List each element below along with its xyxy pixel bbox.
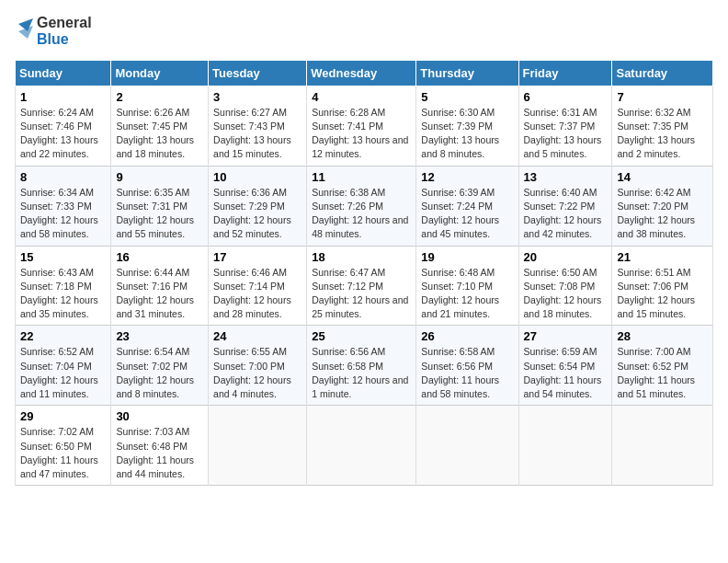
daylight: Daylight: 13 hours and 5 minutes. <box>524 133 608 161</box>
sunrise: Sunrise: 6:46 AM <box>213 266 301 280</box>
sunset: Sunset: 7:10 PM <box>421 280 513 293</box>
sunset: Sunset: 7:02 PM <box>116 360 203 373</box>
logo-blue: Blue <box>37 31 92 48</box>
day-number: 15 <box>20 250 106 264</box>
sunrise: Sunrise: 6:58 AM <box>421 345 513 359</box>
calendar-cell: 29 Sunrise: 7:02 AM Sunset: 6:50 PM Dayl… <box>16 406 111 486</box>
calendar-cell: 8 Sunrise: 6:34 AM Sunset: 7:33 PM Dayli… <box>16 166 111 246</box>
day-info: Sunrise: 6:50 AM Sunset: 7:08 PM Dayligh… <box>524 266 608 322</box>
day-info: Sunrise: 6:58 AM Sunset: 6:56 PM Dayligh… <box>421 345 513 401</box>
sunrise: Sunrise: 6:39 AM <box>421 186 513 200</box>
calendar-cell: 16 Sunrise: 6:44 AM Sunset: 7:16 PM Dayl… <box>111 246 209 326</box>
day-number: 20 <box>524 250 608 264</box>
calendar-week-5: 29 Sunrise: 7:02 AM Sunset: 6:50 PM Dayl… <box>16 406 713 486</box>
sunset: Sunset: 7:43 PM <box>213 120 301 133</box>
sunrise: Sunrise: 7:02 AM <box>20 425 106 439</box>
sunrise: Sunrise: 6:34 AM <box>20 186 106 200</box>
day-info: Sunrise: 7:02 AM Sunset: 6:50 PM Dayligh… <box>20 425 106 481</box>
day-number: 29 <box>20 409 106 423</box>
day-info: Sunrise: 6:55 AM Sunset: 7:00 PM Dayligh… <box>213 345 301 401</box>
day-number: 8 <box>20 170 106 184</box>
logo-general: General <box>37 15 92 31</box>
day-info: Sunrise: 6:44 AM Sunset: 7:16 PM Dayligh… <box>116 266 203 322</box>
sunset: Sunset: 7:12 PM <box>312 280 411 293</box>
sunset: Sunset: 6:56 PM <box>421 360 513 373</box>
sunrise: Sunrise: 6:59 AM <box>524 345 608 359</box>
calendar-cell: 27 Sunrise: 6:59 AM Sunset: 6:54 PM Dayl… <box>518 326 612 406</box>
logo-bird-icon <box>15 15 33 48</box>
sunset: Sunset: 7:33 PM <box>20 200 106 213</box>
day-number: 30 <box>116 409 203 423</box>
sunset: Sunset: 7:16 PM <box>116 280 203 293</box>
day-info: Sunrise: 6:35 AM Sunset: 7:31 PM Dayligh… <box>116 186 203 242</box>
day-info: Sunrise: 6:28 AM Sunset: 7:41 PM Dayligh… <box>312 106 411 162</box>
sunrise: Sunrise: 6:27 AM <box>213 106 301 120</box>
sunrise: Sunrise: 6:55 AM <box>213 345 301 359</box>
sunrise: Sunrise: 7:03 AM <box>116 425 203 439</box>
daylight: Daylight: 13 hours and 12 minutes. <box>312 133 411 161</box>
day-number: 27 <box>524 329 608 343</box>
logo: General Blue <box>15 15 92 49</box>
sunrise: Sunrise: 6:24 AM <box>20 106 106 120</box>
day-number: 16 <box>116 250 203 264</box>
calendar-cell <box>518 406 612 486</box>
day-number: 3 <box>213 90 301 104</box>
sunrise: Sunrise: 6:56 AM <box>312 345 411 359</box>
sunset: Sunset: 7:00 PM <box>213 360 301 373</box>
calendar-cell: 17 Sunrise: 6:46 AM Sunset: 7:14 PM Dayl… <box>209 246 307 326</box>
sunrise: Sunrise: 6:38 AM <box>312 186 411 200</box>
daylight: Daylight: 11 hours and 51 minutes. <box>617 373 708 401</box>
sunset: Sunset: 7:41 PM <box>312 120 411 133</box>
calendar-cell: 15 Sunrise: 6:43 AM Sunset: 7:18 PM Dayl… <box>16 246 111 326</box>
sunset: Sunset: 7:24 PM <box>421 200 513 213</box>
daylight: Daylight: 12 hours and 58 minutes. <box>20 213 106 241</box>
day-number: 22 <box>20 329 106 343</box>
calendar-cell: 20 Sunrise: 6:50 AM Sunset: 7:08 PM Dayl… <box>518 246 612 326</box>
calendar-cell: 30 Sunrise: 7:03 AM Sunset: 6:48 PM Dayl… <box>111 406 209 486</box>
day-info: Sunrise: 6:59 AM Sunset: 6:54 PM Dayligh… <box>524 345 608 401</box>
page-header: General Blue <box>15 15 713 49</box>
day-info: Sunrise: 6:54 AM Sunset: 7:02 PM Dayligh… <box>116 345 203 401</box>
day-info: Sunrise: 6:39 AM Sunset: 7:24 PM Dayligh… <box>421 186 513 242</box>
calendar-week-3: 15 Sunrise: 6:43 AM Sunset: 7:18 PM Dayl… <box>16 246 713 326</box>
day-info: Sunrise: 6:42 AM Sunset: 7:20 PM Dayligh… <box>617 186 708 242</box>
calendar-cell <box>612 406 713 486</box>
day-number: 17 <box>213 250 301 264</box>
day-number: 21 <box>617 250 708 264</box>
day-number: 25 <box>312 329 411 343</box>
sunset: Sunset: 7:39 PM <box>421 120 513 133</box>
daylight: Daylight: 12 hours and 48 minutes. <box>312 213 411 241</box>
calendar-cell <box>416 406 518 486</box>
day-info: Sunrise: 6:31 AM Sunset: 7:37 PM Dayligh… <box>524 106 608 162</box>
sunrise: Sunrise: 6:52 AM <box>20 345 106 359</box>
weekday-header-sunday: Sunday <box>16 60 111 86</box>
day-info: Sunrise: 7:00 AM Sunset: 6:52 PM Dayligh… <box>617 345 708 401</box>
calendar-week-1: 1 Sunrise: 6:24 AM Sunset: 7:46 PM Dayli… <box>16 86 713 166</box>
calendar-cell <box>307 406 416 486</box>
daylight: Daylight: 12 hours and 31 minutes. <box>116 293 203 321</box>
calendar-cell: 22 Sunrise: 6:52 AM Sunset: 7:04 PM Dayl… <box>16 326 111 406</box>
weekday-header-monday: Monday <box>111 60 209 86</box>
sunrise: Sunrise: 6:47 AM <box>312 266 411 280</box>
daylight: Daylight: 12 hours and 8 minutes. <box>116 373 203 401</box>
calendar-cell: 11 Sunrise: 6:38 AM Sunset: 7:26 PM Dayl… <box>307 166 416 246</box>
calendar-cell: 19 Sunrise: 6:48 AM Sunset: 7:10 PM Dayl… <box>416 246 518 326</box>
day-info: Sunrise: 6:36 AM Sunset: 7:29 PM Dayligh… <box>213 186 301 242</box>
day-number: 14 <box>617 170 708 184</box>
day-info: Sunrise: 6:56 AM Sunset: 6:58 PM Dayligh… <box>312 345 411 401</box>
calendar-cell: 24 Sunrise: 6:55 AM Sunset: 7:00 PM Dayl… <box>209 326 307 406</box>
daylight: Daylight: 12 hours and 38 minutes. <box>617 213 708 241</box>
calendar-cell: 23 Sunrise: 6:54 AM Sunset: 7:02 PM Dayl… <box>111 326 209 406</box>
day-number: 10 <box>213 170 301 184</box>
calendar-cell: 7 Sunrise: 6:32 AM Sunset: 7:35 PM Dayli… <box>612 86 713 166</box>
day-info: Sunrise: 6:40 AM Sunset: 7:22 PM Dayligh… <box>524 186 608 242</box>
calendar-cell: 10 Sunrise: 6:36 AM Sunset: 7:29 PM Dayl… <box>209 166 307 246</box>
day-number: 12 <box>421 170 513 184</box>
sunset: Sunset: 7:20 PM <box>617 200 708 213</box>
sunset: Sunset: 6:58 PM <box>312 360 411 373</box>
day-info: Sunrise: 6:34 AM Sunset: 7:33 PM Dayligh… <box>20 186 106 242</box>
daylight: Daylight: 12 hours and 45 minutes. <box>421 213 513 241</box>
day-info: Sunrise: 6:24 AM Sunset: 7:46 PM Dayligh… <box>20 106 106 162</box>
daylight: Daylight: 11 hours and 58 minutes. <box>421 373 513 401</box>
sunset: Sunset: 6:52 PM <box>617 360 708 373</box>
